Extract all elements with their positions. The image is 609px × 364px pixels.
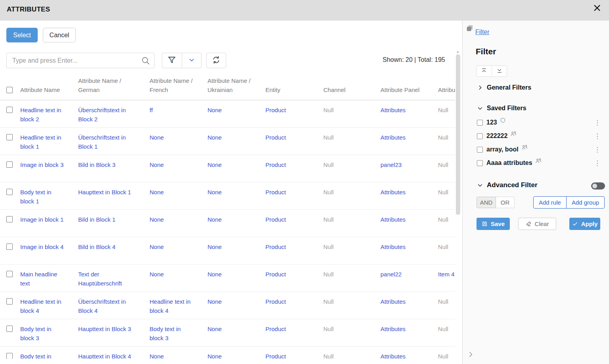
saved-filter-label[interactable]: array, bool — [486, 146, 519, 153]
save-filter-button[interactable]: Save — [476, 218, 510, 230]
table-cell[interactable]: Bild in Block 4 — [78, 242, 150, 251]
table-cell[interactable]: None — [150, 160, 207, 169]
table-cell[interactable]: Haupttext in Block 4 — [78, 352, 150, 359]
kebab-menu-icon[interactable]: ⋮ — [594, 146, 601, 153]
table-cell[interactable]: ff — [150, 105, 207, 115]
kebab-menu-icon[interactable]: ⋮ — [594, 160, 601, 167]
saved-filter-checkbox[interactable] — [477, 160, 483, 166]
column-header[interactable]: Attribute Name — [20, 85, 78, 94]
add-rule-button[interactable]: Add rule — [534, 197, 566, 208]
table-cell[interactable]: None — [207, 270, 265, 279]
table-cell[interactable]: Body text in block 1 — [20, 188, 78, 206]
add-group-button[interactable]: Add group — [566, 197, 604, 208]
column-header[interactable]: Attribute — [438, 85, 455, 94]
table-cell[interactable]: None — [150, 188, 207, 197]
refresh-button[interactable] — [206, 53, 226, 68]
vertical-scrollbar[interactable]: ▲ ▼ — [455, 50, 461, 364]
table-cell[interactable]: None — [207, 352, 265, 359]
vertical-scrollbar-thumb[interactable] — [456, 54, 460, 215]
table-cell[interactable]: Bild in Block 3 — [78, 160, 150, 169]
table-cell[interactable]: None — [207, 105, 265, 115]
row-checkbox[interactable] — [6, 216, 13, 222]
saved-filter-checkbox[interactable] — [477, 147, 483, 153]
table-cell[interactable]: Product — [265, 160, 323, 169]
table-cell[interactable]: Product — [265, 324, 323, 333]
kebab-menu-icon[interactable]: ⋮ — [594, 119, 601, 126]
table-cell[interactable]: None — [207, 242, 265, 251]
saved-filter-label[interactable]: Aaaa attributes — [486, 159, 532, 167]
table-cell[interactable]: Product — [265, 270, 323, 279]
table-cell[interactable]: Product — [265, 188, 323, 197]
select-all-checkbox[interactable] — [6, 87, 13, 93]
filter-link[interactable]: Filter — [475, 29, 490, 36]
table-cell[interactable]: Body text in block 4 — [20, 352, 78, 359]
select-button[interactable]: Select — [6, 28, 38, 42]
table-cell[interactable]: Attributes — [380, 297, 438, 306]
saved-filter-label[interactable]: 123 — [486, 119, 497, 126]
column-header[interactable]: Attribute Panel — [380, 85, 438, 94]
scroll-up-arrow-icon[interactable]: ▲ — [456, 50, 459, 54]
table-cell[interactable]: Product — [265, 297, 323, 306]
table-cell[interactable]: Main headline text — [20, 270, 78, 288]
table-cell[interactable]: Product — [265, 105, 323, 115]
table-cell[interactable]: Bild in Block 1 — [78, 215, 150, 224]
or-button[interactable]: OR — [496, 197, 515, 208]
table-cell[interactable]: Image in block 3 — [20, 160, 78, 169]
row-checkbox[interactable] — [6, 298, 13, 305]
saved-filter-label[interactable]: 222222 — [486, 132, 507, 140]
table-cell[interactable]: None — [207, 188, 265, 197]
expand-all-button[interactable] — [492, 66, 507, 77]
table-cell[interactable]: Headline text in block 2 — [20, 105, 78, 124]
collapse-all-button[interactable] — [476, 66, 492, 77]
row-checkbox[interactable] — [6, 134, 13, 140]
saved-filter-checkbox[interactable] — [477, 120, 483, 126]
table-cell[interactable]: None — [150, 215, 207, 224]
table-cell[interactable]: Attributes — [380, 133, 438, 142]
table-cell[interactable]: Haupttext in Block 3 — [78, 324, 150, 333]
kebab-menu-icon[interactable]: ⋮ — [594, 133, 601, 140]
table-cell[interactable]: Product — [265, 352, 323, 359]
clear-filter-button[interactable]: Clear — [518, 218, 556, 230]
row-checkbox[interactable] — [6, 271, 13, 277]
table-cell[interactable]: panel22 — [380, 270, 438, 279]
chevron-right-icon[interactable] — [467, 351, 475, 358]
table-cell[interactable]: None — [150, 242, 207, 251]
table-cell[interactable]: Headline text in block 4 — [20, 297, 78, 315]
cancel-button[interactable]: Cancel — [43, 28, 76, 42]
table-cell[interactable]: Headline text in block 1 — [20, 133, 78, 151]
table-cell[interactable]: Haupttext in Block 1 — [78, 188, 150, 197]
filter-button[interactable] — [162, 53, 182, 68]
table-cell[interactable]: None — [207, 215, 265, 224]
filter-dropdown-button[interactable] — [182, 53, 201, 68]
table-cell[interactable]: Attributes — [380, 324, 438, 333]
row-checkbox[interactable] — [6, 326, 13, 332]
row-checkbox[interactable] — [6, 161, 13, 168]
advanced-filter-toggle[interactable] — [591, 182, 605, 190]
table-cell[interactable]: Attributes — [380, 105, 438, 115]
apply-filter-button[interactable]: Apply — [569, 218, 600, 230]
column-header[interactable]: Attribute Name / Ukrainian — [207, 76, 265, 94]
table-cell[interactable]: panel23 — [380, 160, 438, 169]
general-filters-section[interactable]: General Filters — [477, 84, 531, 91]
saved-filter-checkbox[interactable] — [477, 133, 483, 139]
table-cell[interactable]: Überschriftstext in Block 1 — [78, 133, 150, 151]
table-cell[interactable]: None — [207, 324, 265, 333]
table-cell[interactable]: Product — [265, 133, 323, 142]
saved-filters-section[interactable]: Saved Filters — [477, 105, 526, 112]
table-cell[interactable]: Image in block 1 — [20, 215, 78, 224]
column-header[interactable]: Entity — [265, 85, 323, 94]
and-button[interactable]: AND — [476, 197, 496, 208]
table-cell[interactable]: Product — [265, 215, 323, 224]
table-cell[interactable]: Item 4 — [438, 270, 455, 279]
table-cell[interactable]: Überschriftstext in Block 4 — [78, 297, 150, 315]
table-cell[interactable]: Image in block 4 — [20, 242, 78, 251]
row-checkbox[interactable] — [6, 353, 13, 359]
table-cell[interactable]: Headline text in block 4 — [150, 297, 207, 315]
table-cell[interactable]: Product — [265, 242, 323, 251]
table-cell[interactable]: Überschriftstext in Block 2 — [78, 105, 150, 124]
close-icon[interactable] — [592, 3, 603, 14]
table-cell[interactable]: None — [150, 133, 207, 142]
table-cell[interactable]: Attributes — [380, 188, 438, 197]
table-cell[interactable]: Body text in block 3 — [150, 324, 207, 343]
table-cell[interactable]: Attributes — [380, 242, 438, 251]
